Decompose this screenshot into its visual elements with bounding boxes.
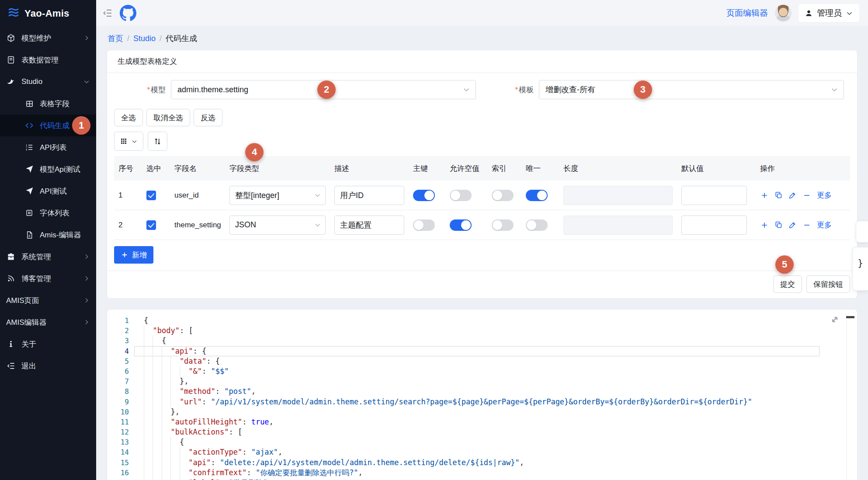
- sidebar-collapse-icon[interactable]: [102, 8, 113, 18]
- sidebar-item-关于[interactable]: 关于: [0, 333, 96, 355]
- sidebar-item-API测试[interactable]: API测试: [0, 180, 96, 202]
- index-toggle[interactable]: [492, 219, 514, 231]
- editor-scrollbar[interactable]: [847, 319, 847, 480]
- code-line: 7},: [107, 376, 857, 386]
- code-token: "api": [170, 347, 193, 355]
- github-icon[interactable]: [120, 5, 136, 21]
- indent-guide: [144, 366, 153, 376]
- remove-row-icon[interactable]: [802, 191, 811, 200]
- edit-row-icon[interactable]: [788, 221, 797, 229]
- code-token: "bulkActions": [170, 428, 229, 436]
- primary-key-toggle[interactable]: [413, 190, 435, 201]
- keep-button[interactable]: 保留按钮: [806, 275, 850, 293]
- tour-step-badge-3: 3: [634, 80, 652, 99]
- index-toggle[interactable]: [492, 190, 514, 201]
- table-body: 1user_id整型[integer]更多2theme_settingJSON更…: [114, 181, 850, 240]
- expand-editor-icon[interactable]: [829, 314, 840, 327]
- code-token: "ajax": [251, 448, 278, 456]
- invert-selection-button[interactable]: 反选: [194, 109, 222, 126]
- field-name: theme_setting: [170, 221, 225, 230]
- template-select[interactable]: 增删改查-所有 3: [539, 80, 844, 99]
- code-editor-panel[interactable]: 1{2"body": [3{4"api": {5"data": {6"&": "…: [107, 309, 858, 480]
- indent-guide: [170, 386, 179, 397]
- more-actions-link[interactable]: 更多: [817, 220, 832, 230]
- breadcrumb-studio[interactable]: Studio: [133, 34, 156, 43]
- brand: Yao-Amis: [0, 0, 96, 27]
- row-checkbox[interactable]: [146, 220, 156, 230]
- field-type-select[interactable]: JSON: [229, 216, 326, 235]
- nullable-toggle[interactable]: [450, 219, 472, 231]
- indent-guide: [162, 427, 170, 437]
- blog-icon: [6, 274, 16, 283]
- length-input[interactable]: [563, 216, 673, 235]
- sidebar-item-label: Amis-编辑器: [40, 230, 90, 240]
- sidebar-item-博客管理[interactable]: 博客管理: [0, 268, 96, 289]
- sidebar-item-表数据管理[interactable]: 表数据管理: [0, 49, 96, 71]
- add-row-icon[interactable]: [760, 221, 769, 230]
- json-code-editor[interactable]: 1{2"body": [3{4"api": {5"data": {6"&": "…: [107, 310, 857, 480]
- sidebar-item-模型维护[interactable]: 模型维护: [0, 27, 96, 49]
- sidebar-item-AMIS编辑器[interactable]: AMIS编辑器: [0, 311, 96, 333]
- user-menu-button[interactable]: 管理员: [799, 4, 859, 22]
- breadcrumb-home[interactable]: 首页: [108, 34, 123, 43]
- indent-guide: [162, 346, 170, 356]
- table-row: 2theme_settingJSON更多: [114, 210, 850, 240]
- sidebar-item-API列表[interactable]: API列表: [0, 136, 96, 158]
- sidebar-item-退出[interactable]: 退出: [0, 355, 96, 377]
- default-value-input[interactable]: [681, 186, 747, 205]
- floating-panel-edge[interactable]: [856, 221, 868, 243]
- sort-button[interactable]: [148, 132, 167, 151]
- column-header-索引: 索引: [487, 163, 521, 174]
- primary-key-toggle[interactable]: [413, 219, 435, 231]
- sidebar-item-Studio[interactable]: Studio: [0, 71, 96, 93]
- add-field-button[interactable]: 新增: [114, 246, 153, 264]
- add-row-icon[interactable]: [760, 191, 769, 200]
- description-input[interactable]: [334, 186, 404, 205]
- indent-guide: [153, 356, 161, 366]
- remove-row-icon[interactable]: [802, 221, 811, 230]
- code-token: "批量删除": [229, 478, 267, 480]
- default-value-input[interactable]: [681, 216, 747, 235]
- indent-guide: [144, 468, 153, 478]
- length-input[interactable]: [563, 186, 673, 205]
- description-input[interactable]: [334, 216, 404, 235]
- model-select[interactable]: admin.theme.setting 2: [171, 80, 476, 99]
- code-token: ,: [278, 448, 282, 456]
- indent-guide: [153, 437, 161, 447]
- indent-guide: [170, 356, 179, 366]
- deselect-all-button[interactable]: 取消全选: [146, 109, 190, 126]
- sidebar-item-系统管理[interactable]: 系统管理: [0, 246, 96, 268]
- line-number: 16: [107, 468, 134, 478]
- avatar[interactable]: [775, 5, 792, 21]
- sidebar-item-label: 关于: [21, 339, 90, 349]
- more-actions-link[interactable]: 更多: [817, 190, 832, 200]
- sidebar-item-AMIS页面[interactable]: AMIS页面: [0, 289, 96, 311]
- unique-toggle[interactable]: [526, 190, 548, 201]
- code-line-content: "label": "批量删除": [134, 478, 819, 480]
- code-token: "$$": [211, 367, 229, 376]
- floating-brace-tab[interactable]: }: [852, 247, 868, 291]
- field-type-select[interactable]: 整型[integer]: [229, 186, 326, 205]
- row-checkbox[interactable]: [146, 191, 156, 200]
- sidebar-item-表格字段[interactable]: 表格字段: [0, 93, 96, 115]
- sidebar-item-模型Api测试[interactable]: 模型Api测试: [0, 158, 96, 180]
- code-line: 1{: [107, 316, 857, 326]
- sidebar-item-字体列表[interactable]: 字体列表: [0, 202, 96, 224]
- unique-toggle[interactable]: [526, 219, 548, 231]
- field-type-cell: 整型[integer]: [225, 186, 330, 205]
- indent-guide: [170, 468, 179, 478]
- sidebar-item-Amis-编辑器[interactable]: Amis-编辑器: [0, 224, 96, 246]
- toggle-knob: [493, 220, 502, 230]
- edit-row-icon[interactable]: [788, 191, 797, 199]
- submit-button[interactable]: 提交: [773, 275, 802, 293]
- page-editor-link[interactable]: 页面编辑器: [726, 7, 768, 19]
- copy-row-icon[interactable]: [774, 221, 783, 229]
- code-token: "label": [188, 478, 220, 480]
- tour-step-badge-5: 5: [775, 255, 794, 274]
- column-picker-button[interactable]: [114, 132, 143, 151]
- field-name: user_id: [170, 191, 225, 200]
- copy-row-icon[interactable]: [774, 191, 783, 199]
- select-all-button[interactable]: 全选: [114, 109, 143, 126]
- sidebar-item-代码生成[interactable]: 代码生成1: [0, 115, 96, 136]
- nullable-toggle[interactable]: [450, 190, 472, 201]
